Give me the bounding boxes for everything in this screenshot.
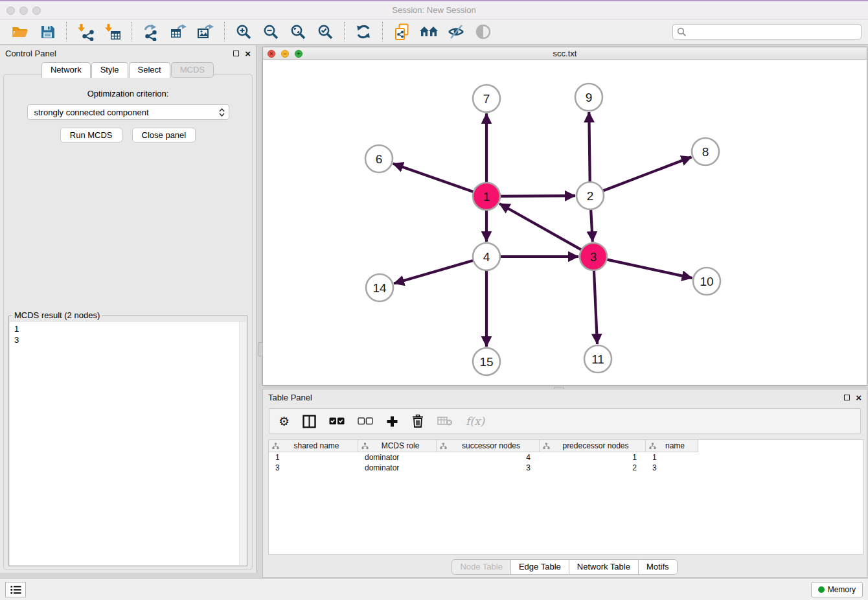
open-session-icon[interactable] [10,22,30,41]
split-view-icon[interactable] [303,413,316,429]
panel-splitter-handle[interactable] [258,342,263,356]
graph-edge-1-2[interactable] [497,196,575,196]
table-cell[interactable]: 1 [646,453,698,462]
column-header[interactable]: predecessor nodes [540,440,646,452]
graph-edge-4-14[interactable] [394,260,476,284]
tab-mcds[interactable]: MCDS [171,62,214,78]
table-cell[interactable]: dominator [358,463,437,472]
delete-columns-icon[interactable] [411,413,424,429]
hide-graphics-details-icon[interactable] [446,22,466,41]
minimize-network-icon[interactable]: − [281,50,289,58]
memory-button[interactable]: Memory [811,582,863,597]
tab-style[interactable]: Style [91,62,128,78]
import-table-icon[interactable] [103,22,122,41]
close-panel-button[interactable]: Close panel [132,128,196,143]
tab-motifs[interactable]: Motifs [638,559,678,575]
network-graph[interactable]: 1234678910111415 [263,60,867,385]
tab-edge-table[interactable]: Edge Table [510,559,569,575]
first-neighbors-icon[interactable] [419,22,439,41]
import-network-icon[interactable] [76,22,95,41]
table-cell[interactable]: 2 [540,463,646,472]
graph-node-9[interactable]: 9 [575,84,602,111]
table-cell[interactable]: 1 [269,453,358,462]
graph-edge-3-11[interactable] [594,268,597,344]
graph-node-4[interactable]: 4 [473,243,500,270]
run-mcds-button[interactable]: Run MCDS [60,128,122,143]
column-header[interactable]: MCDS role [358,440,437,452]
export-image-icon[interactable] [196,22,215,41]
float-table-panel-icon[interactable] [844,395,850,400]
graph-node-11[interactable]: 11 [584,345,611,373]
tab-network[interactable]: Network [41,62,91,78]
graph-node-8[interactable]: 8 [692,138,719,165]
mcds-result-line: 3 [14,334,246,345]
table-settings-icon[interactable]: ⚙ [279,413,290,429]
save-session-icon[interactable] [38,22,57,41]
graph-node-2[interactable]: 2 [577,182,604,209]
deselect-all-columns-icon[interactable] [358,413,373,429]
application-window: Session: New Session [0,1,868,600]
graph-node-6[interactable]: 6 [365,145,393,172]
table-cell[interactable]: 1 [540,453,646,462]
export-network-icon[interactable] [141,22,161,41]
maximize-network-icon[interactable]: + [295,50,303,58]
graph-edge-1-6[interactable] [393,164,476,193]
search-box[interactable] [672,24,862,40]
graph-edge-3-1[interactable] [499,203,584,251]
add-column-icon[interactable] [386,413,398,429]
select-all-columns-icon[interactable] [329,413,345,429]
table-row[interactable]: 1dominator411 [269,452,863,463]
network-canvas[interactable]: 1234678910111415 [263,60,867,385]
close-network-icon[interactable]: × [268,50,275,58]
memory-status-icon [818,586,825,593]
graph-node-14[interactable]: 14 [366,274,393,301]
tab-network-table[interactable]: Network Table [569,559,639,575]
result-scrollbar[interactable] [239,322,246,565]
zoom-selected-icon[interactable] [315,22,335,41]
graph-edge-3-10[interactable] [604,259,692,279]
task-history-button[interactable] [5,582,26,597]
network-window-title: scc.txt [263,47,867,60]
dropdown-stepper-icon [219,108,225,117]
table-cell[interactable]: 3 [269,463,358,472]
table-cell[interactable]: 3 [646,463,698,472]
control-panel: Control Panel × Network Style Select MCD… [0,45,257,573]
tab-select[interactable]: Select [129,62,170,78]
graph-edge-2-8[interactable] [600,157,692,192]
column-header[interactable]: successor nodes [437,440,540,452]
table-cell[interactable]: 3 [437,463,540,472]
mcds-result-list[interactable]: 1 3 [10,322,246,565]
table-cell[interactable]: dominator [358,453,437,462]
table-row[interactable]: 3dominator323 [269,463,863,473]
graph-edge-2-9[interactable] [589,112,589,185]
export-table-icon[interactable] [168,22,188,41]
column-type-icon [272,443,279,450]
column-header-label: successor nodes [447,441,539,450]
mcds-result-line: 1 [14,323,246,334]
network-window-titlebar[interactable]: × − + scc.txt [263,47,867,60]
column-header[interactable]: shared name [269,440,358,452]
show-graphics-details-icon [474,22,493,41]
column-header[interactable]: name [646,440,698,452]
graph-node-7[interactable]: 7 [473,85,500,112]
graph-node-10[interactable]: 10 [693,268,720,295]
refresh-icon[interactable] [354,22,373,41]
graph-node-3[interactable]: 3 [580,243,607,270]
column-header-label: shared name [279,441,358,450]
search-input[interactable] [689,27,857,37]
zoom-in-icon[interactable] [234,22,253,41]
graph-node-1[interactable]: 1 [473,183,500,210]
close-table-panel-icon[interactable]: × [856,395,862,400]
float-panel-icon[interactable] [233,51,239,56]
zoom-fit-icon[interactable] [288,22,308,41]
table-panel: Table Panel × ⚙ [262,389,867,578]
close-panel-icon[interactable]: × [245,51,251,56]
svg-text:14: 14 [372,281,387,295]
graph-node-15[interactable]: 15 [473,348,500,375]
tab-node-table[interactable]: Node Table [451,559,511,575]
graph-edge-2-3[interactable] [591,207,593,242]
clone-network-icon[interactable] [392,22,411,41]
table-cell[interactable]: 4 [437,453,540,462]
zoom-out-icon[interactable] [261,22,280,41]
criterion-dropdown[interactable]: strongly connected component [27,104,229,120]
